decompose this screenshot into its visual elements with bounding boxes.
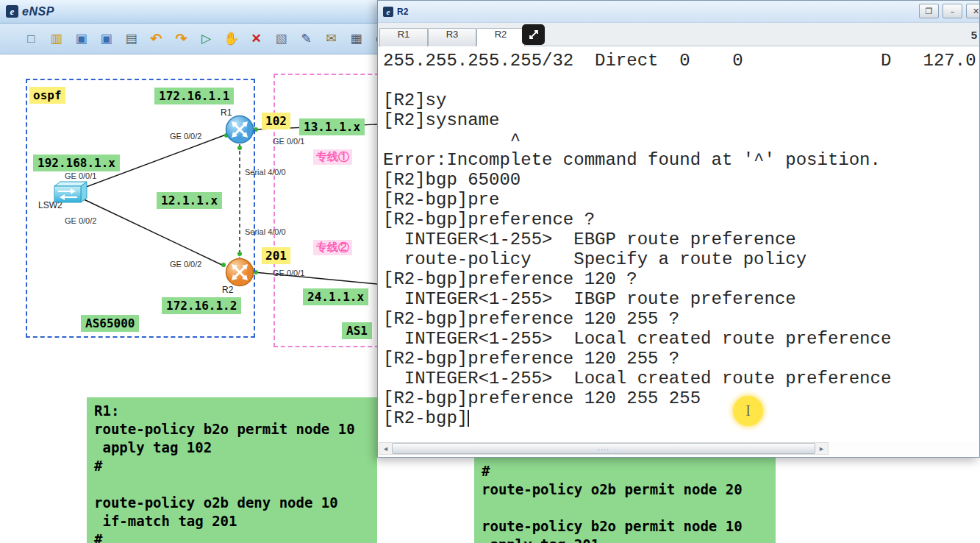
redo-icon[interactable]: ↷ — [172, 29, 190, 48]
if-label-r2-ge001: GE 0/0/1 — [273, 269, 304, 277]
config-line — [482, 499, 768, 517]
terminal-line: [R2]sy — [383, 90, 980, 110]
if-label-r2-ge002: GE 0/0/2 — [170, 260, 201, 269]
config-line: route-policy o2b permit node 20 — [482, 480, 768, 499]
fullscreen-toggle-button[interactable] — [522, 24, 545, 45]
config-line: # — [94, 530, 370, 543]
ensp-window-title: eNSP — [22, 5, 54, 18]
config-line: route-policy o2b deny node 10 — [94, 494, 370, 512]
switch-lsw2-icon[interactable] — [51, 180, 88, 207]
ospf-area-label: ospf — [29, 87, 65, 104]
pan-icon[interactable]: ✋ — [222, 29, 240, 48]
config-line: # — [94, 457, 370, 475]
horizontal-scrollbar[interactable]: ◄ ∙∙∙∙ ► — [379, 442, 829, 455]
tab-r2[interactable]: R2 — [476, 28, 525, 47]
terminal-line: [R2]sysname — [383, 110, 980, 130]
router-r2-icon[interactable] — [225, 258, 254, 290]
terminal-line: [R2-bgp]pre — [383, 190, 980, 210]
net-label-13-1-1-x: 13.1.1.x — [299, 118, 365, 135]
config-line: route-policy b2o permit node 10 — [94, 420, 370, 439]
scroll-left-button[interactable]: ◄ — [379, 443, 392, 454]
if-label-serial-bottom: Serial 4/0/0 — [245, 227, 286, 236]
router-r1-icon[interactable] — [225, 115, 254, 147]
tab-r3[interactable]: R3 — [428, 28, 476, 46]
r2-terminal-window: e R2 ❐ – ✕ R1 R3 R2 5 255.255.255.255/32… — [377, 0, 980, 458]
if-label-serial-top: Serial 4/0/0 — [245, 168, 286, 177]
terminal-line: [R2-bgp]preference ? — [383, 210, 980, 230]
ensp-logo-icon: e — [6, 5, 18, 18]
leased-line-1-label: 专线① — [313, 149, 352, 165]
if-label-lsw2-ge002: GE 0/0/2 — [65, 216, 96, 225]
scrollbar-thumb[interactable]: ∙∙∙∙ — [392, 443, 815, 454]
comment-icon[interactable]: ✉ — [322, 29, 340, 48]
terminal-line: 255.255.255.255/32 Direct 0 0 D 127.0.0. — [383, 51, 980, 71]
terminal-tabbar: R1 R3 R2 5 — [378, 23, 979, 46]
scroll-right-button[interactable]: ► — [815, 443, 828, 454]
terminal-line — [383, 71, 980, 90]
terminal-line: ^ — [383, 130, 980, 150]
terminal-line: INTEGER<1-255> EBGP route preference — [383, 230, 980, 249]
terminal-line: INTEGER<1-255> IBGP route preference — [383, 289, 980, 309]
config-line: if-match tag 201 — [94, 512, 370, 530]
config-line: apply tag 102 — [94, 439, 370, 457]
save-all-icon[interactable]: ▣ — [97, 29, 115, 48]
ensp-window-icon: e — [383, 7, 393, 17]
config-line — [94, 475, 370, 494]
print-icon[interactable]: ▤ — [122, 29, 140, 48]
net-label-172-16-1-1: 172.16.1.1 — [154, 88, 234, 104]
terminal-window-title: R2 — [397, 7, 408, 17]
capture-icon[interactable]: ▧ — [272, 29, 290, 48]
config-line: route-policy b2o permit node 10 — [482, 517, 768, 536]
net-label-192-168-1-x: 192.168.1.x — [33, 155, 120, 171]
terminal-line: [R2-bgp]preference 120 255 ? — [383, 309, 980, 329]
delete-icon[interactable]: ✕ — [247, 29, 265, 48]
window-controls: ❐ – ✕ — [919, 4, 980, 18]
r1-config-note: R1:route-policy b2o permit node 10 apply… — [87, 397, 377, 543]
terminal-line: [R2-bgp]preference 120 ? — [383, 269, 980, 289]
start-device-icon[interactable]: ▷ — [197, 29, 215, 48]
tab-r1[interactable]: R1 — [379, 28, 428, 46]
config-line: # — [482, 462, 768, 480]
tag-label-102: 102 — [262, 113, 290, 129]
as-right-label: AS1 — [342, 322, 372, 339]
save-icon[interactable]: ▣ — [72, 29, 90, 48]
minimize-button[interactable]: – — [943, 4, 962, 18]
terminal-line: Error:Incomplete command found at '^' po… — [383, 150, 980, 170]
expand-icon — [527, 28, 540, 41]
text-note-icon[interactable]: ✎ — [297, 29, 315, 48]
terminal-titlebar[interactable]: e R2 ❐ – ✕ — [378, 1, 979, 23]
leased-line-2-label: 专线② — [313, 240, 352, 255]
new-topology-icon[interactable]: □ — [22, 29, 40, 48]
terminal-line: [R2-bgp] — [383, 408, 980, 428]
close-button[interactable]: ✕ — [966, 4, 980, 18]
corner-number: 5 — [971, 29, 977, 41]
terminal-line: [R2-bgp]preference 120 255 ? — [383, 349, 980, 369]
terminal-line: route-policy Specify a route policy — [383, 249, 980, 269]
terminal-caret — [468, 410, 469, 427]
net-label-172-16-1-2: 172.16.1.2 — [162, 297, 241, 314]
terminal-screen[interactable]: 255.255.255.255/32 Direct 0 0 D 127.0.0.… — [379, 46, 980, 442]
config-line: R1: — [94, 402, 370, 420]
terminal-line: [R2]bgp 65000 — [383, 170, 980, 190]
terminal-line: INTEGER<1-255> Local created route prefe… — [383, 369, 980, 388]
r2-config-note: #route-policy o2b permit node 20route-po… — [474, 458, 776, 543]
open-topology-icon[interactable]: ▥ — [47, 29, 65, 48]
terminal-line: INTEGER<1-255> Local created route prefe… — [383, 329, 980, 349]
as65000-label: AS65000 — [81, 315, 139, 332]
tag-label-201: 201 — [262, 247, 290, 264]
restore-button[interactable]: ❐ — [919, 4, 939, 18]
undo-icon[interactable]: ↶ — [147, 29, 165, 48]
net-label-24-1-1-x: 24.1.1.x — [303, 288, 368, 305]
text-cursor-highlight-icon: I — [733, 396, 763, 426]
config-line: apply tag 201 — [482, 536, 768, 543]
if-label-r1-ge002: GE 0/0/2 — [170, 132, 201, 141]
terminal-line: [R2-bgp]preference 120 255 255 — [383, 388, 980, 408]
net-label-12-1-1-x: 12.1.1.x — [157, 192, 222, 209]
display-grid-icon[interactable]: ▦ — [347, 29, 365, 48]
if-label-r1-ge001: GE 0/0/1 — [273, 137, 304, 146]
screen: e eNSP □▥▣▣▤↶↷▷✋✕▧✎✉▦◉ ospf 172.16.1.1 R… — [0, 0, 980, 543]
